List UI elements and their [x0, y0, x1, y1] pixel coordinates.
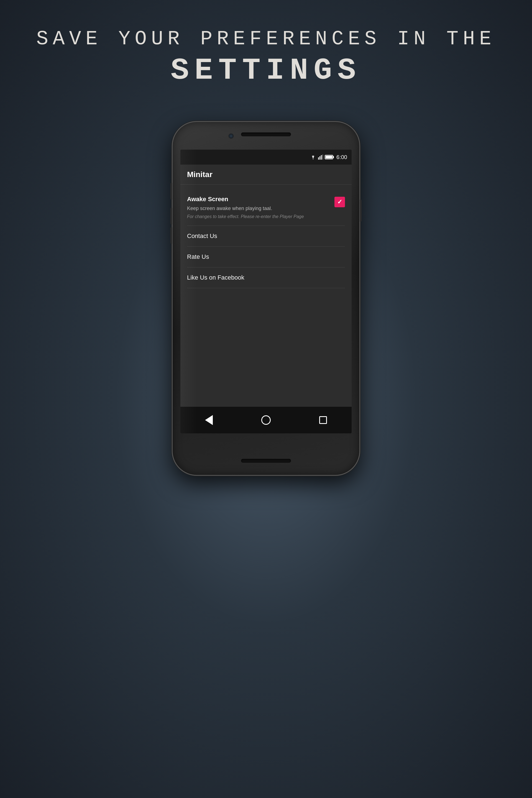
- recents-button[interactable]: [316, 413, 330, 427]
- settings-section: Awake Screen Keep screen awake when play…: [180, 185, 352, 288]
- awake-screen-checkbox[interactable]: ✓: [335, 197, 345, 207]
- phone-device: 6:00 Minitar Awake Screen Keep screen aw…: [172, 121, 360, 476]
- home-button[interactable]: [259, 413, 273, 427]
- svg-rect-1: [320, 156, 320, 159]
- title-line2: SETTINGS: [36, 53, 496, 88]
- settings-content: Awake Screen Keep screen awake when play…: [180, 185, 352, 407]
- svg-rect-3: [322, 155, 323, 159]
- rate-us-label: Rate Us: [187, 253, 209, 260]
- app-bar-title: Minitar: [187, 170, 212, 179]
- awake-screen-desc: Keep screen awake when playing taal.: [187, 205, 330, 212]
- app-bar: Minitar: [180, 165, 352, 185]
- status-icons: 6:00: [310, 154, 347, 160]
- wifi-icon: [310, 155, 317, 159]
- signal-icon: [318, 155, 323, 159]
- battery-icon: [325, 155, 333, 159]
- front-camera: [228, 133, 234, 139]
- home-icon: [261, 415, 271, 425]
- back-button[interactable]: [202, 413, 216, 427]
- status-time: 6:00: [336, 154, 347, 160]
- svg-rect-0: [318, 157, 319, 159]
- speaker-top: [241, 132, 291, 136]
- awake-screen-note: For changes to take effect. Please re-en…: [187, 214, 330, 220]
- checkmark-icon: ✓: [337, 198, 342, 206]
- recents-icon: [319, 416, 327, 424]
- page-title: SAVE YOUR PREFERENCES IN THE SETTINGS: [36, 28, 496, 88]
- back-icon: [205, 415, 213, 425]
- facebook-item[interactable]: Like Us on Facebook: [187, 267, 345, 288]
- title-line1: SAVE YOUR PREFERENCES IN THE: [36, 28, 496, 51]
- battery-fill: [326, 156, 332, 158]
- awake-screen-content: Awake Screen Keep screen awake when play…: [187, 196, 330, 220]
- awake-screen-setting[interactable]: Awake Screen Keep screen awake when play…: [187, 190, 345, 226]
- rate-us-item[interactable]: Rate Us: [187, 247, 345, 267]
- awake-screen-title: Awake Screen: [187, 196, 330, 203]
- phone-frame: 6:00 Minitar Awake Screen Keep screen aw…: [172, 121, 360, 476]
- svg-rect-2: [321, 155, 322, 159]
- facebook-label: Like Us on Facebook: [187, 274, 244, 281]
- contact-us-item[interactable]: Contact Us: [187, 226, 345, 247]
- nav-bar: [180, 407, 352, 433]
- speaker-bottom: [241, 459, 291, 463]
- status-bar: 6:00: [180, 150, 352, 165]
- contact-us-label: Contact Us: [187, 232, 217, 240]
- phone-screen: 6:00 Minitar Awake Screen Keep screen aw…: [180, 150, 352, 433]
